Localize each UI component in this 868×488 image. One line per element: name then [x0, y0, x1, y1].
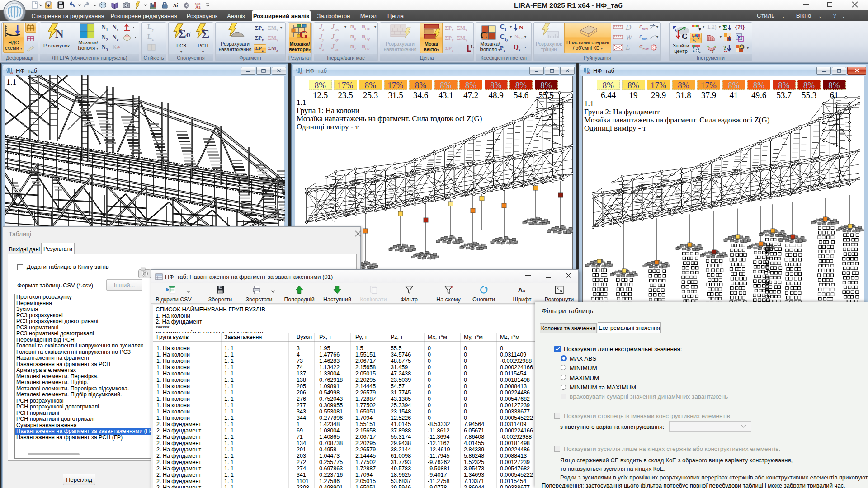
svg-text:N: N [519, 24, 524, 31]
svg-text:N: N [55, 27, 64, 40]
svg-text:Aa: Aa [195, 5, 201, 9]
svg-text:Σ: Σ [201, 27, 209, 40]
svg-text:25: 25 [10, 71, 13, 74]
svg-text:Si: Si [173, 2, 178, 9]
svg-text:A: A [518, 286, 523, 294]
svg-text:G: G [682, 32, 688, 41]
svg-text:25: 25 [300, 71, 303, 74]
svg-text:L: L [471, 44, 474, 49]
svg-text:C: C [480, 29, 487, 40]
svg-text:G: G [299, 28, 308, 40]
svg-text:?: ? [723, 44, 727, 52]
svg-text:Σσ: Σσ [178, 27, 191, 40]
svg-text:Σ: Σ [722, 23, 727, 32]
svg-text:25: 25 [587, 71, 590, 74]
svg-text:a: a [523, 288, 526, 293]
